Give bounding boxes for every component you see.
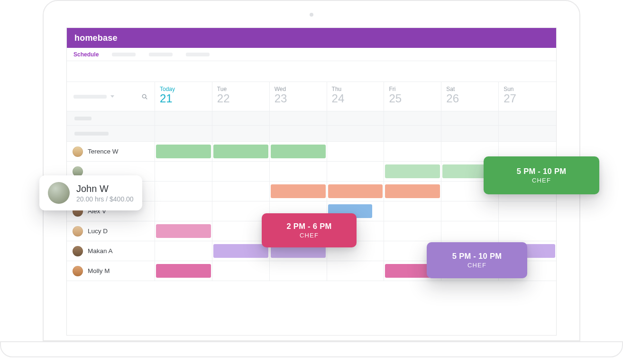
search-icon[interactable] xyxy=(141,93,148,100)
camera-dot xyxy=(310,13,313,17)
schedule-cell[interactable] xyxy=(384,182,441,201)
day-header[interactable]: Fri 25 xyxy=(384,82,441,111)
day-header[interactable]: Wed 23 xyxy=(270,82,327,111)
day-number: 26 xyxy=(446,92,494,104)
avatar xyxy=(73,266,83,276)
day-of-week: Thu xyxy=(332,86,379,92)
shift-role: CHEF xyxy=(467,262,486,269)
schedule-cell[interactable] xyxy=(155,241,212,261)
schedule-cell[interactable] xyxy=(270,261,327,281)
avatar xyxy=(73,226,83,237)
schedule-cell[interactable] xyxy=(441,221,499,241)
schedule-cell[interactable] xyxy=(384,221,441,241)
avatar xyxy=(73,246,83,256)
avatar xyxy=(48,182,70,204)
day-header[interactable]: Sat 26 xyxy=(441,82,499,111)
summary-row xyxy=(67,126,556,142)
schedule-cell[interactable] xyxy=(155,261,212,281)
day-number: 22 xyxy=(217,92,265,104)
toolbar xyxy=(67,61,556,82)
employee-name: Terence W xyxy=(88,148,119,155)
shift-role: CHEF xyxy=(532,177,551,184)
schedule-cell[interactable] xyxy=(270,142,327,162)
profile-name: John W xyxy=(76,183,134,194)
shift-block[interactable] xyxy=(385,164,440,178)
shift-block[interactable] xyxy=(213,145,268,158)
schedule-cell[interactable] xyxy=(212,261,270,281)
day-number: 23 xyxy=(275,92,322,104)
profile-subtitle: 20.00 hrs / $400.00 xyxy=(76,195,134,203)
employee-row: Terence W xyxy=(67,142,556,162)
schedule-cell[interactable] xyxy=(212,221,270,241)
schedule-cell[interactable] xyxy=(212,162,270,182)
day-header[interactable]: Tue 22 xyxy=(212,82,270,111)
schedule-cell[interactable] xyxy=(441,201,499,221)
day-of-week: Fri xyxy=(389,86,436,92)
day-header[interactable]: Thu 24 xyxy=(327,82,385,111)
schedule-cell[interactable] xyxy=(212,241,270,261)
schedule-cell[interactable] xyxy=(270,182,327,201)
shift-block[interactable] xyxy=(156,145,211,158)
shift-block[interactable] xyxy=(156,224,211,238)
schedule-cell[interactable] xyxy=(327,182,385,201)
profile-popover[interactable]: John W 20.00 hrs / $400.00 xyxy=(39,175,142,210)
employee-name: Lucy D xyxy=(88,228,108,235)
schedule-cell[interactable] xyxy=(327,162,385,182)
schedule-cell[interactable] xyxy=(212,201,270,221)
schedule-cell[interactable] xyxy=(155,201,212,221)
schedule-cell[interactable] xyxy=(384,142,441,162)
shift-time: 5 PM - 10 PM xyxy=(452,252,502,261)
schedule-cell[interactable] xyxy=(155,142,212,162)
filter-placeholder xyxy=(73,95,107,99)
shift-popover-purple[interactable]: 5 PM - 10 PM CHEF xyxy=(427,242,527,278)
brand-bar: homebase xyxy=(67,28,556,48)
schedule-cell[interactable] xyxy=(155,182,212,201)
employee-cell[interactable]: Lucy D xyxy=(67,221,155,241)
filter-cell[interactable] xyxy=(67,82,155,111)
chevron-down-icon xyxy=(110,95,114,98)
schedule-cell[interactable] xyxy=(155,221,212,241)
schedule-cell[interactable] xyxy=(155,162,212,182)
day-number: 24 xyxy=(332,92,379,104)
shift-block[interactable] xyxy=(385,184,440,198)
day-number: 21 xyxy=(160,92,207,104)
nav-placeholder xyxy=(186,53,210,56)
employee-name: Molly M xyxy=(88,267,110,274)
schedule-cell[interactable] xyxy=(499,201,556,221)
shift-block[interactable] xyxy=(156,264,211,278)
schedule-cell[interactable] xyxy=(384,201,441,221)
summary-row xyxy=(67,111,556,126)
employee-cell[interactable]: Terence W xyxy=(67,142,155,162)
schedule-cell[interactable] xyxy=(499,221,556,241)
nav-placeholder xyxy=(149,53,173,56)
placeholder xyxy=(74,117,92,120)
shift-popover-green[interactable]: 5 PM - 10 PM CHEF xyxy=(484,156,599,194)
day-of-week: Sat xyxy=(446,86,494,92)
employee-name: Makan A xyxy=(88,247,113,255)
shift-time: 2 PM - 6 PM xyxy=(287,222,332,231)
shift-popover-pink[interactable]: 2 PM - 6 PM CHEF xyxy=(262,213,357,247)
schedule-cell[interactable] xyxy=(212,182,270,201)
shift-block[interactable] xyxy=(271,184,326,198)
schedule-cell[interactable] xyxy=(212,142,270,162)
shift-block[interactable] xyxy=(271,145,326,158)
shift-block[interactable] xyxy=(328,184,383,198)
day-number: 27 xyxy=(504,92,551,104)
schedule-cell[interactable] xyxy=(327,261,385,281)
nav-tabs: Schedule xyxy=(67,48,556,61)
schedule-cell[interactable] xyxy=(270,162,327,182)
schedule-cell[interactable] xyxy=(327,142,385,162)
svg-line-1 xyxy=(146,98,147,99)
employee-cell[interactable]: Makan A xyxy=(67,241,155,261)
brand-logo-text: homebase xyxy=(74,33,118,43)
svg-point-0 xyxy=(142,94,146,98)
schedule-cell[interactable] xyxy=(384,162,441,182)
day-header[interactable]: Today 21 xyxy=(155,82,212,111)
shift-block[interactable] xyxy=(213,244,268,258)
laptop-base xyxy=(0,341,623,357)
avatar xyxy=(73,146,83,157)
schedule-header-row: Today 21 Tue 22 Wed 23 Thu 24 Fri 25 Sat… xyxy=(67,82,556,111)
employee-cell[interactable]: Molly M xyxy=(67,261,155,281)
tab-schedule[interactable]: Schedule xyxy=(73,51,99,58)
day-header[interactable]: Sun 27 xyxy=(499,82,556,111)
